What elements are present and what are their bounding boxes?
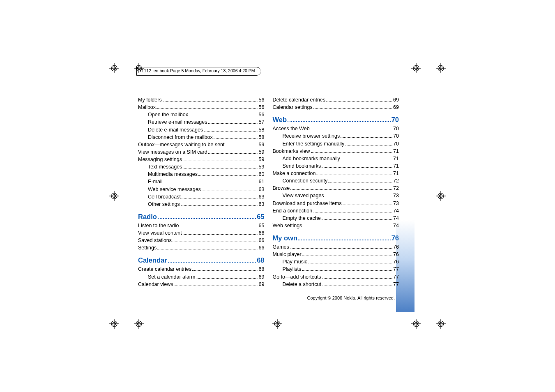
- toc-entry: Connection security 72: [273, 177, 399, 184]
- toc-label: Calendar: [138, 256, 167, 264]
- toc-leader-dots: [208, 121, 258, 124]
- toc-page-number: 71: [393, 162, 399, 170]
- toc-page-number: 61: [259, 178, 265, 185]
- toc-label: Music player: [273, 251, 302, 258]
- toc-label: Other settings: [148, 201, 180, 208]
- toc-entry: Receive browser settings 70: [273, 132, 399, 140]
- copyright-text: Copyright © 2006 Nokia. All rights reser…: [307, 295, 395, 300]
- registration-mark-icon: [109, 63, 119, 73]
- toc-page-number: 69: [259, 281, 265, 288]
- toc-entry: Text messages59: [138, 163, 265, 171]
- toc-entry: Saved stations66: [138, 237, 265, 244]
- toc-leader-dots: [183, 166, 258, 169]
- toc-page-number: 74: [393, 214, 399, 222]
- toc-leader-dots: [198, 173, 258, 176]
- toc-entry: Add bookmarks manually 71: [273, 155, 399, 162]
- toc-leader-dots: [341, 157, 392, 160]
- toc-page-number: 72: [393, 177, 399, 184]
- toc-leader-dots: [325, 194, 392, 198]
- toc-entry: Web settings 74: [273, 222, 399, 229]
- toc-leader-dots: [308, 261, 392, 264]
- toc-entry: View visual content66: [138, 229, 265, 237]
- toc-leader-dots: [328, 180, 392, 183]
- document-header: R1112_en.book Page 5 Monday, February 13…: [138, 68, 258, 74]
- toc-label: Settings: [138, 244, 157, 251]
- toc-page-number: 77: [393, 273, 399, 281]
- toc-page-number: 76: [393, 258, 399, 265]
- toc-leader-dots: [322, 164, 392, 168]
- toc-leader-dots: [322, 275, 392, 279]
- toc-entry: Web service messages63: [138, 186, 265, 193]
- registration-mark-icon: [109, 319, 119, 329]
- toc-entry: Other settings63: [138, 201, 265, 208]
- toc-label: Web service messages: [148, 186, 201, 193]
- toc-leader-dots: [226, 143, 258, 146]
- toc-label: Playlists: [283, 265, 302, 273]
- toc-page-number: 70: [393, 125, 399, 132]
- toc-entry: Calendar settings 69: [273, 104, 399, 111]
- toc-leader-dots: [302, 253, 392, 256]
- toc-page-number: 63: [259, 193, 265, 201]
- toc-leader-dots: [316, 172, 392, 175]
- toc-entry: Create calendar entries68: [138, 265, 265, 273]
- toc-entry: End a connection 74: [273, 207, 399, 214]
- toc-leader-dots: [345, 142, 392, 145]
- toc-label: Open the mailbox: [148, 111, 188, 118]
- toc-page-number: 71: [393, 170, 399, 177]
- toc-page-number: 70: [393, 132, 399, 140]
- toc-label: My own: [273, 234, 298, 242]
- toc-label: Web settings: [273, 222, 302, 229]
- toc-label: Download and purchase items: [273, 200, 342, 207]
- toc-page-number: 63: [259, 201, 265, 208]
- toc-entry: Go to—add shortcuts 77: [273, 273, 399, 281]
- toc-page-number: 56: [259, 104, 265, 111]
- toc-page-number: 58: [259, 134, 265, 141]
- toc-page-number: 56: [259, 111, 265, 118]
- toc-page-number: 69: [393, 104, 399, 111]
- toc-label: Set a calendar alarm: [148, 273, 195, 281]
- toc-leader-dots: [313, 106, 392, 109]
- registration-mark-icon: [272, 319, 282, 329]
- toc-column-left: My folders 56Mailbox56Open the mailbox56…: [138, 96, 265, 288]
- toc-section-heading: Radio 65: [138, 213, 265, 221]
- toc-page-number: 76: [391, 234, 399, 242]
- toc-leader-dots: [290, 187, 392, 190]
- toc-label: E-mail: [148, 178, 162, 185]
- toc-leader-dots: [322, 217, 392, 220]
- toc-entry: Bookmarks view 71: [273, 148, 399, 155]
- toc-page-number: 70: [393, 140, 399, 148]
- toc-page-number: 60: [259, 171, 265, 178]
- toc-entry: Settings66: [138, 244, 265, 251]
- toc-page-number: 69: [393, 96, 399, 104]
- toc-entry: Playlists 77: [273, 265, 399, 273]
- toc-section-heading: Web70: [273, 116, 399, 124]
- toc-leader-dots: [311, 127, 393, 131]
- toc-entry: Games 76: [273, 243, 399, 251]
- toc-label: Enter the settings manually: [283, 140, 345, 148]
- toc-entry: View saved pages 73: [273, 192, 399, 199]
- registration-mark-icon: [436, 319, 446, 329]
- toc-entry: Disconnect from the mailbox58: [138, 134, 265, 141]
- toc-entry: View messages on a SIM card 59: [138, 148, 265, 156]
- toc-label: Calendar views: [138, 281, 173, 288]
- toc-entry: Delete e-mail messages58: [138, 126, 265, 134]
- toc-label: Calendar settings: [273, 104, 313, 111]
- toc-label: Cell broadcast: [148, 193, 181, 201]
- toc-label: Outbox—messages waiting to be sent: [138, 141, 225, 148]
- toc-label: Radio: [138, 213, 157, 221]
- toc-label: Make a connection: [273, 170, 316, 177]
- toc-label: Games: [273, 243, 289, 251]
- toc-label: Browse: [273, 184, 290, 192]
- toc-leader-dots: [298, 236, 391, 240]
- toc-leader-dots: [326, 99, 392, 102]
- toc-page-number: 63: [259, 186, 265, 193]
- registration-mark-icon: [436, 63, 446, 73]
- toc-section-heading: Calendar 68: [138, 256, 265, 264]
- toc-leader-dots: [204, 128, 258, 131]
- registration-mark-icon: [411, 63, 421, 73]
- toc-leader-dots: [163, 180, 258, 184]
- toc-leader-dots: [192, 268, 258, 271]
- toc-page-number: 72: [393, 184, 399, 192]
- toc-label: Web: [273, 116, 287, 124]
- toc-label: Delete calendar entries: [273, 96, 326, 104]
